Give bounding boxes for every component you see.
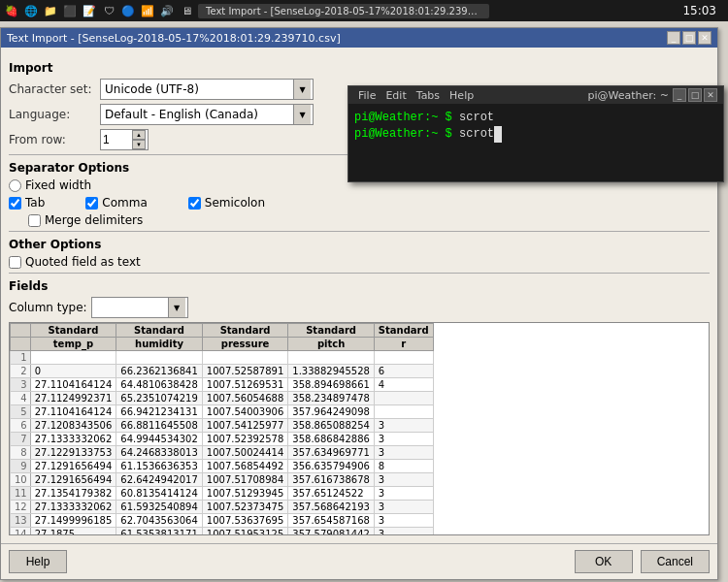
terminal-titlebar: File Edit Tabs Help pi@Weather: ~ _ □ ✕ <box>348 86 723 104</box>
table-cell: 1007.56054688 <box>202 392 288 405</box>
text-icon: 📝 <box>82 3 97 18</box>
comma-option[interactable]: Comma <box>85 196 147 210</box>
table-cell: 3 <box>374 419 433 433</box>
terminal-close-button[interactable]: ✕ <box>704 88 717 102</box>
comma-label: Comma <box>102 196 147 210</box>
data-table: Standard Standard Standard Standard Stan… <box>10 323 434 535</box>
table-cell: 3 <box>11 378 31 392</box>
terminal-minimize-button[interactable]: _ <box>673 88 686 102</box>
ok-button[interactable]: OK <box>575 550 633 573</box>
spinbox-up[interactable]: ▲ <box>132 130 146 140</box>
fields-divider <box>9 273 710 274</box>
terminal-edit-menu[interactable]: Edit <box>381 89 410 102</box>
terminal-title-buttons: _ □ ✕ <box>673 88 717 102</box>
merge-checkbox[interactable] <box>28 214 41 227</box>
col-num-header <box>11 324 31 338</box>
table-cell: 3 <box>374 473 433 487</box>
col-pitch-header[interactable]: pitch <box>288 338 375 351</box>
tab-checkbox[interactable] <box>9 197 21 210</box>
table-cell: 27.1291656494 <box>30 460 116 473</box>
fields-section-label: Fields <box>9 279 710 293</box>
terminal-maximize-button[interactable]: □ <box>688 88 702 102</box>
table-cell: 3 <box>374 433 433 446</box>
table-row: 427.112499237165.23510742191007.56054688… <box>11 392 434 405</box>
terminal-prompt-1: pi@Weather:~ $ <box>354 111 459 124</box>
terminal-title-text: pi@Weather: ~ <box>587 89 669 102</box>
spinbox-down[interactable]: ▼ <box>132 140 146 149</box>
table-row: 1427.187561.53538131711007.51953125357.5… <box>11 528 434 536</box>
column-type-combobox[interactable]: ▼ <box>91 297 188 318</box>
table-cell: 1 <box>11 351 31 365</box>
terminal-tabs-menu[interactable]: Tabs <box>413 89 444 102</box>
raspberry-icon: 🍓 <box>4 3 19 18</box>
fromrow-label: From row: <box>9 133 96 146</box>
col-b-header[interactable]: Standard <box>116 324 203 338</box>
fromrow-input[interactable]: 1 <box>101 133 132 146</box>
fixed-width-radio[interactable] <box>9 179 21 192</box>
table-cell: 357.964249098 <box>288 405 375 419</box>
monitor-icon: 🖥 <box>179 3 194 18</box>
charset-combobox[interactable]: Unicode (UTF-8) ▼ <box>100 79 314 100</box>
globe-icon: 🌐 <box>23 3 39 18</box>
table-cell: 1007.56854492 <box>202 460 288 473</box>
table-cell: 65.2351074219 <box>116 392 203 405</box>
table-cell: 27.1229133753 <box>30 446 116 460</box>
table-cell: 356.635794906 <box>288 460 375 473</box>
table-cell: 61.5932540894 <box>116 501 203 514</box>
fromrow-spinbox[interactable]: 1 ▲ ▼ <box>100 129 149 150</box>
col-r-header[interactable]: r <box>374 338 433 351</box>
table-row: 2066.23621368411007.525878911.3388294552… <box>11 365 434 378</box>
fixed-width-option[interactable]: Fixed width <box>9 178 91 192</box>
col-temp-header[interactable]: temp_p <box>30 338 116 351</box>
table-cell: 1.33882945528 <box>288 365 375 378</box>
quoted-field-option[interactable]: Quoted field as text <box>9 255 141 269</box>
minimize-button[interactable]: _ <box>667 31 680 45</box>
cancel-button[interactable]: Cancel <box>641 550 710 573</box>
tab-option[interactable]: Tab <box>9 196 45 210</box>
col-c-header[interactable]: Standard <box>202 324 288 338</box>
charset-label: Character set: <box>9 82 96 96</box>
quoted-checkbox[interactable] <box>9 256 21 269</box>
language-dropdown-arrow[interactable]: ▼ <box>293 105 311 124</box>
column-type-arrow[interactable]: ▼ <box>168 298 185 317</box>
table-cell: 357.579081442 <box>288 528 375 536</box>
merge-label: Merge delimiters <box>45 213 143 227</box>
table-cell: 14 <box>11 528 31 536</box>
table-cell: 10 <box>11 473 31 487</box>
table-row: 527.110416412466.94212341311007.54003906… <box>11 405 434 419</box>
taskbar-app-item[interactable]: Text Import - [SenseLog-2018-05-17%2018:… <box>198 4 489 18</box>
help-button[interactable]: Help <box>9 550 67 573</box>
table-row: 1127.135417938260.81354141241007.5129394… <box>11 487 434 501</box>
semicolon-checkbox[interactable] <box>188 197 201 210</box>
col-d-header[interactable]: Standard <box>288 324 375 338</box>
terminal-file-menu[interactable]: File <box>354 89 380 102</box>
table-cell: 3 <box>374 501 433 514</box>
table-cell: 2 <box>11 365 31 378</box>
bluetooth-icon: 🔵 <box>120 3 136 18</box>
table-cell: 62.7043563064 <box>116 514 203 528</box>
table-cell: 27.1333332062 <box>30 501 116 514</box>
language-combobox[interactable]: Default - English (Canada) ▼ <box>100 104 314 125</box>
table-row: 1 <box>11 351 434 365</box>
col-a-header[interactable]: Standard <box>30 324 116 338</box>
table-row: 827.122913375364.24683380131007.50024414… <box>11 446 434 460</box>
wifi-icon: 📶 <box>140 3 155 18</box>
dialog-footer: Help OK Cancel <box>1 543 717 579</box>
col-e-header[interactable]: Standard <box>374 324 433 338</box>
merge-option[interactable]: Merge delimiters <box>28 213 143 227</box>
semicolon-option[interactable]: Semicolon <box>188 196 265 210</box>
charset-dropdown-arrow[interactable]: ▼ <box>293 80 311 99</box>
table-cell: 1007.54003906 <box>202 405 288 419</box>
col-humidity-header[interactable]: humidity <box>116 338 203 351</box>
shield-icon: 🛡 <box>101 3 116 18</box>
table-cell: 27.1104164124 <box>30 405 116 419</box>
terminal-help-menu[interactable]: Help <box>446 89 478 102</box>
comma-checkbox[interactable] <box>85 197 98 210</box>
maximize-button[interactable]: □ <box>682 31 696 45</box>
table-cell: 1007.52392578 <box>202 433 288 446</box>
table-cell: 27.1875 <box>30 528 116 536</box>
data-table-container[interactable]: Standard Standard Standard Standard Stan… <box>9 322 710 535</box>
close-button[interactable]: ✕ <box>698 31 711 45</box>
col-pressure-header[interactable]: pressure <box>202 338 288 351</box>
table-cell: 13 <box>11 514 31 528</box>
